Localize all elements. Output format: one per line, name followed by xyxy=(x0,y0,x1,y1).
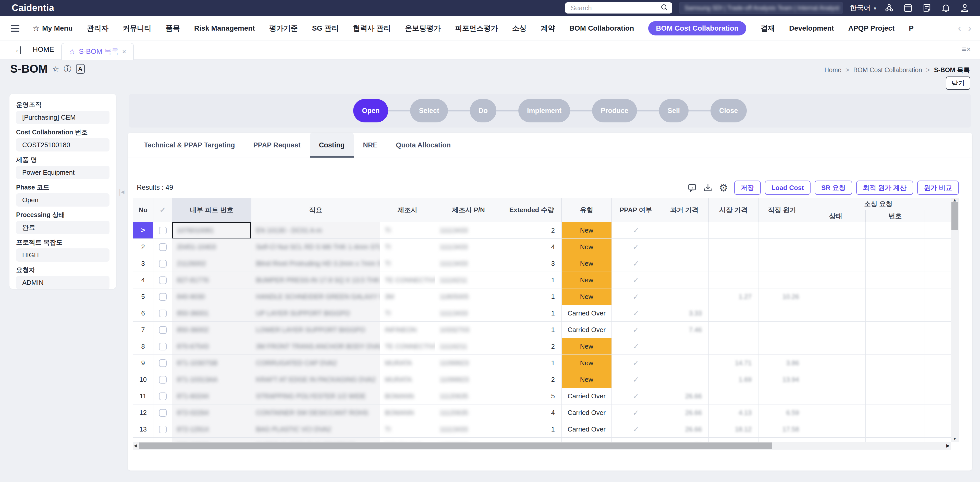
row-no-cell[interactable]: 2 xyxy=(133,239,153,255)
target-price-cell[interactable]: 13.94 xyxy=(759,371,806,388)
ppap-cell[interactable]: ✓ xyxy=(612,272,660,289)
row-no-cell[interactable]: 8 xyxy=(133,338,153,355)
manufacturer-cell[interactable]: MOLEX INC xyxy=(380,438,435,442)
manufacturer-cell[interactable]: TI xyxy=(380,255,435,272)
manufacturer-pn-cell[interactable]: 10332703 xyxy=(435,322,502,338)
menu-item-risk-management[interactable]: Risk Management xyxy=(194,24,255,32)
extended-qty-cell[interactable]: 1 xyxy=(502,421,562,438)
extended-qty-cell[interactable]: 1 xyxy=(502,289,562,305)
market-price-cell[interactable] xyxy=(709,239,759,255)
hamburger-icon[interactable] xyxy=(11,23,19,33)
row-checkbox-cell[interactable] xyxy=(153,404,172,421)
past-price-cell[interactable] xyxy=(660,289,709,305)
menu-item-온보딩평가[interactable]: 온보딩평가 xyxy=(405,24,441,33)
row-checkbox[interactable] xyxy=(159,426,167,433)
extended-qty-cell[interactable]: 1 xyxy=(502,355,562,371)
org-chart-icon[interactable] xyxy=(884,3,894,13)
tab-costing[interactable]: Costing xyxy=(310,133,354,158)
row-no-cell[interactable]: 10 xyxy=(133,371,153,388)
part-number-cell[interactable]: 850-36001 xyxy=(172,305,251,322)
row-checkbox-cell[interactable] xyxy=(153,255,172,272)
description-cell[interactable]: BAG PLASTIC VCI DVA2 xyxy=(251,421,380,438)
row-no-cell[interactable]: 4 xyxy=(133,272,153,289)
extended-qty-cell[interactable]: 5 xyxy=(502,388,562,404)
market-price-cell[interactable]: 14.71 xyxy=(709,355,759,371)
description-cell[interactable]: 3M FRONT TRANS ANCHOR BODY DVA2 xyxy=(251,338,380,355)
sidebar-collapse-handle[interactable]: |◂ xyxy=(119,187,124,196)
part-number-cell[interactable]: 880-10010 xyxy=(172,438,251,442)
sourcing-number-cell[interactable] xyxy=(865,338,925,355)
ppap-cell[interactable]: ✓ xyxy=(612,355,660,371)
load-cost-button[interactable]: Load Cost xyxy=(765,181,811,195)
global-search[interactable] xyxy=(565,2,672,14)
vscroll-thumb[interactable] xyxy=(951,202,958,230)
col-header-제조사[interactable]: 제조사 xyxy=(380,198,435,222)
stage-produce[interactable]: Produce xyxy=(592,99,637,122)
market-price-cell[interactable]: 1.69 xyxy=(709,371,759,388)
manufacturer-cell[interactable]: TI xyxy=(380,239,435,255)
part-number-cell[interactable]: 871-10307SB xyxy=(172,355,251,371)
원가-비교-button[interactable]: 원가 비교 xyxy=(917,181,959,195)
row-checkbox[interactable] xyxy=(159,309,167,317)
past-price-cell[interactable]: 4.70 xyxy=(660,438,709,442)
row-no-cell[interactable]: 14 xyxy=(133,438,153,442)
target-price-cell[interactable] xyxy=(759,255,806,272)
col-header-과거-가격[interactable]: 과거 가격 xyxy=(660,198,709,222)
manufacturer-pn-cell[interactable]: 11113433 xyxy=(435,421,502,438)
extended-qty-cell[interactable]: 1 xyxy=(502,438,562,442)
close-all-tabs-icon[interactable]: ≡× xyxy=(962,45,971,54)
memo-icon[interactable] xyxy=(922,3,932,13)
row-no-cell[interactable]: 7 xyxy=(133,322,153,338)
stage-close[interactable]: Close xyxy=(711,99,747,122)
menu-scroll-left-icon[interactable]: ‹ xyxy=(958,22,961,34)
description-cell[interactable]: Blind Rivet Protruding HD 3.2mm x 7mm S xyxy=(251,255,380,272)
ppap-cell[interactable]: ✓ xyxy=(612,438,660,442)
description-cell[interactable]: Self-Cl Nut SCL RD S M6 THK 1.4mm STL xyxy=(251,239,380,255)
row-checkbox[interactable] xyxy=(159,276,167,284)
past-price-cell[interactable] xyxy=(660,222,709,239)
row-checkbox[interactable] xyxy=(159,409,167,417)
col-header-적정-원가[interactable]: 적정 원가 xyxy=(759,198,806,222)
sourcing-status-cell[interactable] xyxy=(806,289,865,305)
menu-item-sg-관리[interactable]: SG 관리 xyxy=(312,24,339,33)
manufacturer-cell[interactable]: TI xyxy=(380,305,435,322)
menu-item-development[interactable]: Development xyxy=(789,24,834,32)
download-icon[interactable] xyxy=(703,183,713,193)
sourcing-status-cell[interactable] xyxy=(806,239,865,255)
manufacturer-pn-cell[interactable]: 11113433 xyxy=(435,222,502,239)
target-price-cell[interactable] xyxy=(759,388,806,404)
ppap-cell[interactable]: ✓ xyxy=(612,255,660,272)
past-price-cell[interactable] xyxy=(660,255,709,272)
part-number-cell[interactable]: 872-02264 xyxy=(172,404,251,421)
market-price-cell[interactable] xyxy=(709,222,759,239)
row-checkbox-cell[interactable] xyxy=(153,239,172,255)
collapse-tabs-icon[interactable]: →| xyxy=(11,45,22,54)
scroll-left-icon[interactable]: ◀ xyxy=(134,443,137,448)
menu-item-bom-collaboration[interactable]: BOM Collaboration xyxy=(570,24,634,32)
menu-scroll-right-icon[interactable]: › xyxy=(968,22,971,34)
row-no-cell[interactable]: 6 xyxy=(133,305,153,322)
manufacturer-cell[interactable]: BOMANN xyxy=(380,404,435,421)
part-number-cell[interactable]: 21126002 xyxy=(172,255,251,272)
menu-item-관리자[interactable]: 관리자 xyxy=(87,24,108,33)
part-number-cell[interactable]: 840-9030 xyxy=(172,289,251,305)
market-price-cell[interactable] xyxy=(709,438,759,442)
ppap-cell[interactable]: ✓ xyxy=(612,388,660,404)
user-icon[interactable] xyxy=(959,3,970,13)
col-header-checkbox[interactable]: ✓ xyxy=(153,198,172,222)
tab-quota-allocation[interactable]: Quota Allocation xyxy=(387,133,460,158)
part-number-cell[interactable]: 871-60244 xyxy=(172,388,251,404)
row-no-cell[interactable]: 9 xyxy=(133,355,153,371)
row-no-cell[interactable]: 13 xyxy=(133,421,153,438)
manufacturer-cell[interactable]: BOMANN xyxy=(380,388,435,404)
past-price-cell[interactable]: 3.33 xyxy=(660,305,709,322)
stage-open[interactable]: Open xyxy=(353,99,388,122)
sourcing-status-cell[interactable] xyxy=(806,272,865,289)
row-checkbox-cell[interactable] xyxy=(153,438,172,442)
row-checkbox[interactable] xyxy=(159,359,167,367)
field-value[interactable]: 완료 xyxy=(16,221,110,234)
extended-qty-cell[interactable]: 2 xyxy=(502,371,562,388)
manufacturer-pn-cell[interactable]: 11116211 xyxy=(435,338,502,355)
row-checkbox[interactable] xyxy=(159,293,167,301)
sourcing-number-cell[interactable] xyxy=(865,371,925,388)
